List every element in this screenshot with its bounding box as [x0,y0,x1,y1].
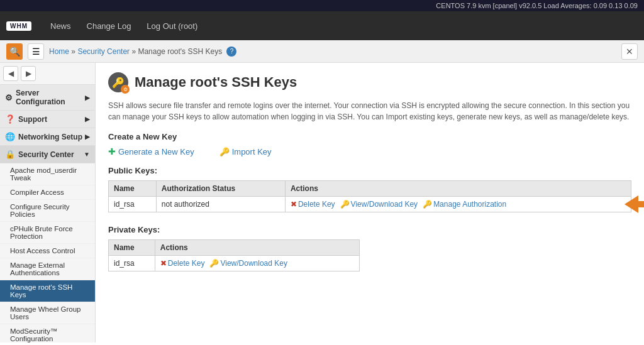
sidebar-forward-btn[interactable]: ▶ [21,66,36,81]
private-key-actions: ✖ Delete Key 🔑 View/Download Key [160,259,354,268]
sidebar-item-cphulk[interactable]: cPHulk Brute Force Protection [0,222,95,244]
nav-logout[interactable]: Log Out (root) [140,18,204,34]
search-bar: 🔍 ☰ Home » Security Center » Manage root… [0,40,644,63]
import-key-link[interactable]: 🔑 Import Key [219,147,272,156]
create-key-row: ✚ Generate a New Key 🔑 Import Key [108,146,631,156]
close-button[interactable]: ✕ [621,43,638,60]
sidebar-top-nav: ◀ ▶ [0,63,95,85]
private-keys-table: Name Actions id_rsa ✖ Delete Key [108,239,360,271]
page-icon-badge: ⚙ [121,85,130,94]
public-key-name: id_rsa [109,197,157,212]
arrow-annotation [625,195,644,213]
page-description: SSH allows secure file transfer and remo… [108,100,631,123]
manage-auth-label: Manage Authorization [433,200,506,209]
private-keys-label: Private Keys: [108,225,631,234]
public-keys-label: Public Keys: [108,166,631,175]
sidebar-item-apache-mod[interactable]: Apache mod_userdir Tweak [0,163,95,185]
sidebar-item-compiler-access[interactable]: Compiler Access [0,185,95,200]
import-key-icon: 🔑 [219,147,230,156]
search-button[interactable]: 🔍 [6,43,23,60]
view-key-icon: 🔑 [340,200,350,209]
sidebar-section-security-label: Security Center [18,150,74,159]
sidebar-item-wheel-group[interactable]: Manage Wheel Group Users [0,302,95,324]
private-key-actions-cell: ✖ Delete Key 🔑 View/Download Key [155,256,359,271]
sidebar-section-support-label: Support [18,115,47,124]
security-arrow: ▼ [84,151,90,158]
page-icon: 🔑 ⚙ [108,72,128,92]
public-keys-col-actions: Actions [285,181,631,197]
page-title-row: 🔑 ⚙ Manage root's SSH Keys [108,72,631,92]
import-key-label: Import Key [232,147,272,156]
support-icon: ❓ [5,114,15,124]
sidebar: ◀ ▶ ⚙ Server Configuration ▶ ❓ Support ▶… [0,63,96,342]
logo: WHM [6,21,31,31]
support-arrow: ▶ [85,116,90,123]
private-delete-key-icon: ✖ [160,259,167,268]
sidebar-section-networking[interactable]: 🌐 Networking Setup ▶ [0,128,95,146]
private-key-row: id_rsa ✖ Delete Key 🔑 View/Download Key [109,256,360,271]
nav-changelog[interactable]: Change Log [80,18,138,34]
breadcrumb-current: Manage root's SSH Keys [138,47,222,55]
private-key-name: id_rsa [109,256,155,271]
view-key-label: View/Download Key [351,200,418,209]
sidebar-section-support[interactable]: ❓ Support ▶ [0,111,95,128]
server-config-icon: ⚙ [5,93,13,102]
server-config-arrow: ▶ [85,94,90,101]
networking-icon: 🌐 [5,132,15,141]
delete-key-label: Delete Key [298,200,335,209]
main-layout: ◀ ▶ ⚙ Server Configuration ▶ ❓ Support ▶… [0,63,644,342]
breadcrumb-security[interactable]: Security Center [77,47,130,55]
main-nav: News Change Log Log Out (root) [44,18,204,34]
private-view-key-icon: 🔑 [209,259,219,268]
public-delete-key-link[interactable]: ✖ Delete Key [291,200,335,209]
public-view-key-link[interactable]: 🔑 View/Download Key [340,200,418,209]
page-title: Manage root's SSH Keys [135,74,297,90]
networking-arrow: ▶ [85,133,90,140]
public-keys-col-name: Name [109,181,157,197]
sidebar-item-external-auth[interactable]: Manage External Authentications [0,258,95,280]
main-content: 🔑 ⚙ Manage root's SSH Keys SSH allows se… [96,63,644,342]
sidebar-section-security[interactable]: 🔒 Security Center ▼ [0,146,95,163]
public-key-actions: ✖ Delete Key 🔑 View/Download Key 🔑 Manag… [291,200,626,209]
public-keys-col-auth: Authorization Status [156,181,285,197]
breadcrumb-help-icon[interactable]: ? [226,47,236,57]
generate-key-label: Generate a New Key [118,147,194,156]
public-key-row: id_rsa not authorized ✖ Delete Key 🔑 Vie… [109,197,631,212]
manage-auth-icon: 🔑 [423,200,432,209]
delete-key-icon: ✖ [291,200,297,209]
private-keys-col-actions: Actions [155,240,359,256]
generate-key-icon: ✚ [108,146,116,156]
sidebar-item-configure-policies[interactable]: Configure Security Policies [0,200,95,222]
private-delete-key-link[interactable]: ✖ Delete Key [160,259,205,268]
public-keys-table: Name Authorization Status Actions id_rsa… [108,180,631,212]
sidebar-item-manage-ssh-keys[interactable]: Manage root's SSH Keys [0,280,95,302]
sidebar-section-networking-label: Networking Setup [18,133,82,141]
sidebar-item-modsec-config[interactable]: ModSecurity™ Configuration [0,324,95,342]
sidebar-section-server-config-label: Server Configuration [16,89,85,106]
private-keys-col-name: Name [109,240,155,256]
private-view-key-label: View/Download Key [220,259,287,268]
private-view-key-link[interactable]: 🔑 View/Download Key [209,259,287,268]
sidebar-item-host-access[interactable]: Host Access Control [0,244,95,258]
security-icon: 🔒 [5,150,15,159]
public-key-actions-cell: ✖ Delete Key 🔑 View/Download Key 🔑 Manag… [285,197,631,212]
system-info: CENTOS 7.9 kvm [cpanel] v92.0.5 Load Ave… [436,2,638,9]
top-bar: CENTOS 7.9 kvm [cpanel] v92.0.5 Load Ave… [0,0,644,11]
create-new-key-label: Create a New Key [108,132,631,141]
breadcrumb: Home » Security Center » Manage root's S… [49,47,616,57]
breadcrumb-home[interactable]: Home [49,47,69,55]
generate-key-link[interactable]: ✚ Generate a New Key [108,146,194,156]
nav-news[interactable]: News [44,18,77,34]
sidebar-back-btn[interactable]: ◀ [3,66,18,81]
header: WHM News Change Log Log Out (root) [0,11,644,40]
private-delete-key-label: Delete Key [168,259,205,268]
public-key-auth-status: not authorized [156,197,285,212]
sidebar-section-server-config[interactable]: ⚙ Server Configuration ▶ [0,85,95,111]
nav-toggle-button[interactable]: ☰ [28,43,44,60]
manage-auth-link[interactable]: 🔑 Manage Authorization [423,200,506,209]
